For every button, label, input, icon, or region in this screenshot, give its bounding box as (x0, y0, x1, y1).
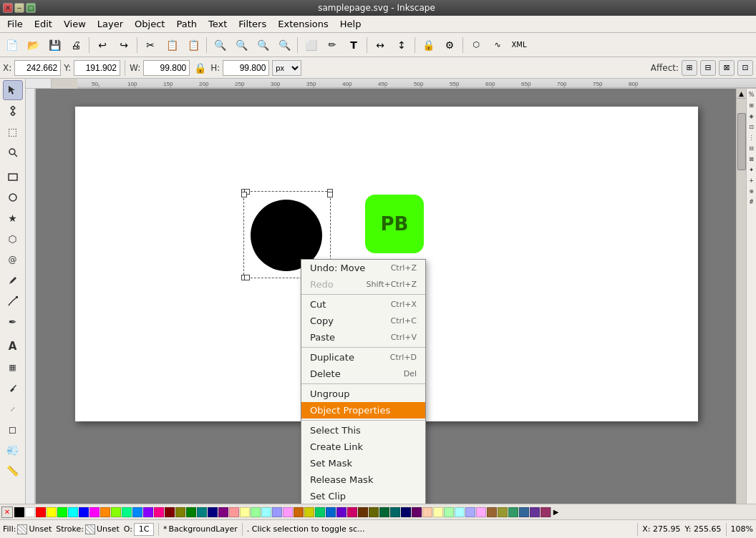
select-all-button[interactable]: ⬜ (301, 35, 321, 55)
gradient-tool[interactable]: ▦ (3, 357, 23, 377)
lock-icon[interactable]: 🔒 (193, 62, 208, 74)
color-swatch-30[interactable] (336, 507, 346, 517)
color-swatch-43[interactable] (476, 507, 486, 517)
color-swatch-27[interactable] (304, 507, 314, 517)
color-swatch-2[interactable] (36, 507, 46, 517)
color-swatch-24[interactable] (272, 507, 282, 517)
new-button[interactable]: 📄 (1, 35, 21, 55)
color-swatch-48[interactable] (530, 507, 540, 517)
node-tool[interactable] (3, 101, 23, 121)
affect-btn-1[interactable]: ⊞ (682, 60, 697, 76)
color-swatch-35[interactable] (390, 507, 400, 517)
spray-tool[interactable]: 💨 (3, 440, 23, 460)
menu-extensions[interactable]: Extensions (272, 16, 334, 32)
xml-editor[interactable]: XML (509, 35, 529, 55)
edit-nodes-button[interactable]: ✏ (322, 35, 342, 55)
flip-h-button[interactable]: ↔ (370, 35, 390, 55)
snap-btn-10[interactable]: ⊕ (747, 187, 756, 195)
color-swatch-45[interactable] (498, 507, 508, 517)
affect-btn-4[interactable]: ⊡ (737, 60, 753, 76)
snap-btn-9[interactable]: + (747, 176, 756, 185)
color-swatch-12[interactable] (143, 507, 153, 517)
circle-tool[interactable] (3, 187, 23, 207)
stroke-swatch[interactable] (85, 524, 95, 534)
snap-btn-8[interactable]: ✦ (747, 165, 756, 174)
calligraphy-tool[interactable]: ✒ (3, 312, 23, 332)
color-swatch-13[interactable] (154, 507, 164, 517)
color-swatch-23[interactable] (261, 507, 271, 517)
3d-box-tool[interactable]: ⬡ (3, 229, 23, 249)
unit-select[interactable]: pxmmcmin (272, 60, 301, 76)
cm-set-clip[interactable]: Set Clip (301, 488, 425, 504)
cm-select-this[interactable]: Select This (301, 422, 425, 439)
snap-btn-4[interactable]: ⊡ (747, 122, 756, 131)
y-input[interactable] (74, 60, 120, 76)
measure-tool[interactable]: 📏 (3, 461, 23, 481)
snap-btn-3[interactable]: ◈ (747, 112, 756, 120)
cm-duplicate[interactable]: Duplicate Ctrl+D (301, 349, 425, 366)
color-swatch-49[interactable] (541, 507, 551, 517)
paste-button[interactable]: 📋 (183, 35, 203, 55)
h-input[interactable] (223, 60, 269, 76)
cut-button[interactable]: ✂ (140, 35, 160, 55)
pen-tool[interactable] (3, 291, 23, 311)
color-swatch-42[interactable] (465, 507, 475, 517)
color-swatch-47[interactable] (519, 507, 529, 517)
cm-delete[interactable]: Delete Del (301, 366, 425, 382)
text-tool-tb[interactable]: T (344, 35, 364, 55)
color-swatch-5[interactable] (68, 507, 78, 517)
redo-button[interactable]: ↪ (114, 35, 134, 55)
cm-set-mask[interactable]: Set Mask (301, 455, 425, 471)
spiral-tool[interactable]: @ (3, 250, 23, 270)
undo-button[interactable]: ↩ (92, 35, 112, 55)
zoom-out-button[interactable]: 🔍 (231, 35, 251, 55)
menu-filters[interactable]: Filters (233, 16, 272, 32)
nodes-button[interactable]: ⬡ (466, 35, 486, 55)
color-swatch-15[interactable] (175, 507, 185, 517)
open-button[interactable]: 📂 (23, 35, 43, 55)
pencil-tool[interactable] (3, 270, 23, 290)
color-swatch-20[interactable] (229, 507, 239, 517)
color-swatch-8[interactable] (100, 507, 110, 517)
color-swatch-11[interactable] (132, 507, 142, 517)
vertical-scrollbar[interactable]: ▲ ▼ (736, 89, 746, 504)
maximize-button[interactable]: □ (26, 3, 36, 13)
color-swatch-14[interactable] (165, 507, 175, 517)
cm-create-link[interactable]: Create Link (301, 439, 425, 455)
canvas-area[interactable]: PB Undo: Move Ctrl+Z Redo Shift+Ctrl+Z (36, 89, 736, 504)
color-swatch-41[interactable] (455, 507, 465, 517)
cm-release-mask[interactable]: Release Mask (301, 471, 425, 488)
tweak-tool[interactable]: ⬚ (3, 122, 23, 142)
color-swatch-32[interactable] (358, 507, 368, 517)
color-swatch-34[interactable] (379, 507, 389, 517)
fill-swatch[interactable] (17, 524, 27, 534)
color-swatch-18[interactable] (208, 507, 218, 517)
cm-object-properties[interactable]: Object Properties (301, 402, 425, 419)
no-color-button[interactable]: ✕ (1, 507, 13, 518)
menu-text[interactable]: Text (203, 16, 233, 32)
color-swatch-0[interactable] (14, 507, 24, 517)
color-swatch-17[interactable] (197, 507, 207, 517)
color-swatch-25[interactable] (283, 507, 293, 517)
star-tool[interactable]: ★ (3, 208, 23, 228)
menu-edit[interactable]: Edit (29, 16, 58, 32)
snap-btn-11[interactable]: # (747, 197, 756, 206)
selector-tool[interactable] (3, 80, 23, 100)
cm-cut[interactable]: Cut Ctrl+X (301, 296, 425, 313)
color-swatch-21[interactable] (240, 507, 250, 517)
color-swatch-28[interactable] (315, 507, 325, 517)
color-swatch-9[interactable] (111, 507, 121, 517)
cm-paste[interactable]: Paste Ctrl+V (301, 329, 425, 346)
connector-tool[interactable]: ⟋ (3, 398, 23, 419)
color-swatch-44[interactable] (487, 507, 497, 517)
opacity-value[interactable]: 1C (134, 523, 154, 536)
zoom-in-button[interactable]: 🔍 (210, 35, 230, 55)
scroll-up-button[interactable]: ▲ (737, 89, 746, 99)
color-swatch-26[interactable] (294, 507, 304, 517)
palette-scroll-btn[interactable]: ▶ (551, 507, 561, 517)
x-input[interactable] (14, 60, 61, 76)
transform-button[interactable]: 🔒 (418, 35, 438, 55)
snap-btn-6[interactable]: ⊟ (747, 144, 756, 152)
color-swatch-19[interactable] (218, 507, 228, 517)
menu-layer[interactable]: Layer (92, 16, 129, 32)
